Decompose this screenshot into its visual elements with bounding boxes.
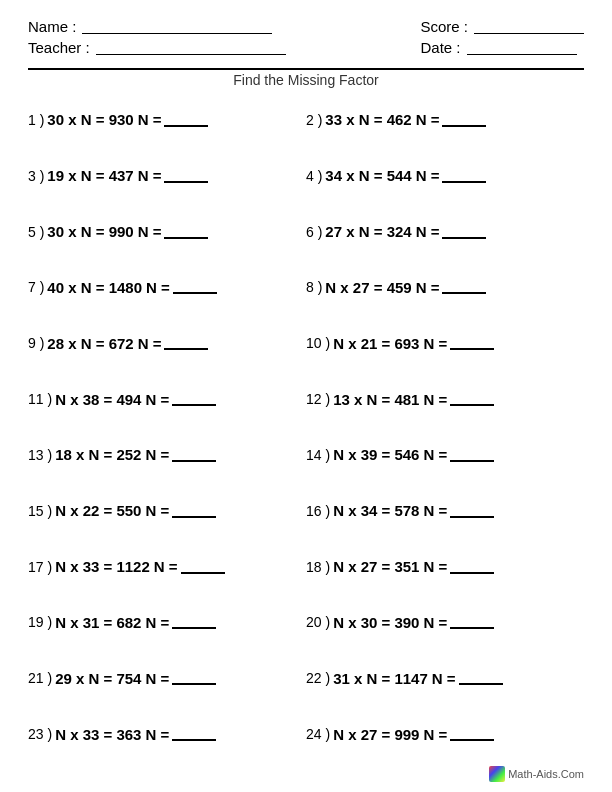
answer-line <box>164 169 208 183</box>
answer-label: N = <box>416 167 440 184</box>
answer-label: N = <box>138 335 162 352</box>
answer-line <box>172 392 216 406</box>
teacher-input-line <box>96 41 286 55</box>
problem-row: 5 )30 x N = 990N =6 )27 x N = 324N = <box>28 204 584 260</box>
name-row: Name : <box>28 18 286 35</box>
problem-expression: 18 x N = 252 <box>55 446 141 463</box>
problems-grid: 1 )30 x N = 930N =2 )33 x N = 462N =3 )1… <box>28 92 584 762</box>
problem-number: 20 ) <box>306 614 330 630</box>
problem-cell: 4 )34 x N = 544N = <box>306 165 584 186</box>
answer-label: N = <box>423 614 447 631</box>
problem-number: 6 ) <box>306 224 322 240</box>
header-divider <box>28 68 584 70</box>
problem-number: 7 ) <box>28 279 44 295</box>
problem-expression: N x 39 = 546 <box>333 446 419 463</box>
score-row: Score : <box>420 18 584 35</box>
problem-expression: 31 x N = 1147 <box>333 670 428 687</box>
answer-label: N = <box>423 446 447 463</box>
problem-expression: 40 x N = 1480 <box>47 279 142 296</box>
problem-expression: 30 x N = 990 <box>47 223 133 240</box>
problem-number: 4 ) <box>306 168 322 184</box>
score-input-line <box>474 20 584 34</box>
problem-cell: 10 )N x 21 = 693N = <box>306 333 584 354</box>
problem-expression: 19 x N = 437 <box>47 167 133 184</box>
problem-cell: 13 )18 x N = 252N = <box>28 444 306 465</box>
header-left: Name : Teacher : <box>28 18 286 56</box>
problem-row: 11 )N x 38 = 494N =12 )13 x N = 481N = <box>28 371 584 427</box>
problem-row: 9 )28 x N = 672N =10 )N x 21 = 693N = <box>28 315 584 371</box>
problem-cell: 19 )N x 31 = 682N = <box>28 612 306 633</box>
answer-label: N = <box>432 670 456 687</box>
answer-label: N = <box>154 558 178 575</box>
answer-label: N = <box>145 502 169 519</box>
problem-expression: N x 27 = 999 <box>333 726 419 743</box>
answer-line <box>172 504 216 518</box>
answer-line <box>164 336 208 350</box>
problem-expression: N x 22 = 550 <box>55 502 141 519</box>
header-right: Score : Date : <box>420 18 584 56</box>
problem-expression: N x 27 = 351 <box>333 558 419 575</box>
problem-number: 9 ) <box>28 335 44 351</box>
answer-line <box>172 615 216 629</box>
problem-expression: N x 31 = 682 <box>55 614 141 631</box>
answer-line <box>459 671 503 685</box>
answer-label: N = <box>416 223 440 240</box>
header: Name : Teacher : Score : Date : <box>28 18 584 56</box>
answer-line <box>442 280 486 294</box>
problem-row: 3 )19 x N = 437N =4 )34 x N = 544N = <box>28 148 584 204</box>
answer-line <box>164 113 208 127</box>
problem-number: 17 ) <box>28 559 52 575</box>
problem-row: 17 )N x 33 = 1122N =18 )N x 27 = 351N = <box>28 539 584 595</box>
problem-cell: 12 )13 x N = 481N = <box>306 389 584 410</box>
answer-label: N = <box>423 726 447 743</box>
answer-label: N = <box>138 223 162 240</box>
problem-cell: 5 )30 x N = 990N = <box>28 221 306 242</box>
problem-number: 18 ) <box>306 559 330 575</box>
problem-expression: 34 x N = 544 <box>325 167 411 184</box>
answer-line <box>442 225 486 239</box>
problem-number: 3 ) <box>28 168 44 184</box>
problem-cell: 1 )30 x N = 930N = <box>28 109 306 130</box>
problem-cell: 11 )N x 38 = 494N = <box>28 389 306 410</box>
answer-line <box>450 560 494 574</box>
answer-line <box>450 448 494 462</box>
problem-expression: N x 38 = 494 <box>55 391 141 408</box>
answer-label: N = <box>138 167 162 184</box>
teacher-row: Teacher : <box>28 39 286 56</box>
answer-label: N = <box>423 558 447 575</box>
answer-line <box>172 727 216 741</box>
brand-label: Math-Aids.Com <box>508 768 584 780</box>
logo-icon <box>489 766 505 782</box>
problem-cell: 16 )N x 34 = 578N = <box>306 500 584 521</box>
answer-line <box>173 280 217 294</box>
problem-expression: N x 27 = 459 <box>325 279 411 296</box>
problem-number: 13 ) <box>28 447 52 463</box>
problem-row: 13 )18 x N = 252N =14 )N x 39 = 546N = <box>28 427 584 483</box>
problem-expression: 30 x N = 930 <box>47 111 133 128</box>
answer-label: N = <box>138 111 162 128</box>
footer: Math-Aids.Com <box>28 762 584 782</box>
worksheet-title: Find the Missing Factor <box>28 72 584 88</box>
problem-cell: 8 )N x 27 = 459N = <box>306 277 584 298</box>
problem-number: 12 ) <box>306 391 330 407</box>
problem-number: 14 ) <box>306 447 330 463</box>
problem-cell: 6 )27 x N = 324N = <box>306 221 584 242</box>
date-input-line <box>467 41 577 55</box>
problem-number: 24 ) <box>306 726 330 742</box>
answer-line <box>172 671 216 685</box>
problem-number: 23 ) <box>28 726 52 742</box>
problem-number: 15 ) <box>28 503 52 519</box>
problem-number: 22 ) <box>306 670 330 686</box>
problem-row: 7 )40 x N = 1480N =8 )N x 27 = 459N = <box>28 259 584 315</box>
score-label: Score : <box>420 18 468 35</box>
problem-number: 8 ) <box>306 279 322 295</box>
problem-cell: 3 )19 x N = 437N = <box>28 165 306 186</box>
problem-cell: 2 )33 x N = 462N = <box>306 109 584 130</box>
math-aids-logo: Math-Aids.Com <box>489 766 584 782</box>
problem-number: 1 ) <box>28 112 44 128</box>
problem-row: 23 )N x 33 = 363N =24 )N x 27 = 999N = <box>28 706 584 762</box>
answer-line <box>450 727 494 741</box>
problem-cell: 21 )29 x N = 754N = <box>28 668 306 689</box>
problem-number: 19 ) <box>28 614 52 630</box>
problem-number: 16 ) <box>306 503 330 519</box>
